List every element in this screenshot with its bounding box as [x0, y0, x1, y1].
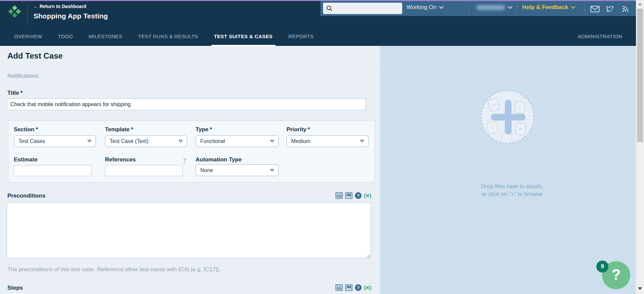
template-label: Template*: [105, 126, 133, 133]
scrollbar-thumb[interactable]: [637, 9, 643, 142]
section-select[interactable]: Test Cases: [14, 135, 96, 147]
testrail-logo[interactable]: [9, 5, 20, 21]
preconditions-label: Preconditions: [7, 193, 45, 199]
image-icon[interactable]: [345, 192, 353, 199]
dropdown-triangle-icon: [360, 140, 364, 143]
pdf-file-icon: [481, 90, 489, 101]
tab-test-runs-results[interactable]: TEST RUNS & RESULTS: [138, 27, 198, 46]
table-icon[interactable]: [335, 192, 343, 199]
search-input[interactable]: [335, 6, 398, 11]
attachment-drop-zone[interactable]: </> X i W: [481, 90, 534, 144]
drop-files-caption: Drop files here to attach, or click on "…: [380, 182, 644, 198]
working-on-label: Working On: [407, 4, 436, 11]
divider: [469, 4, 469, 13]
return-to-dashboard-link[interactable]: ← Return to Dashboard: [34, 4, 86, 9]
type-label: Type*: [196, 126, 212, 133]
type-select[interactable]: Functional: [196, 135, 279, 147]
page-scrollbar[interactable]: [636, 0, 644, 294]
file-icon: [524, 90, 534, 101]
tab-milestones[interactable]: MILESTONES: [89, 27, 122, 46]
twitter-icon[interactable]: [604, 4, 615, 13]
mail-icon[interactable]: [589, 4, 601, 13]
title-input[interactable]: [7, 98, 366, 110]
tab-test-suites-cases[interactable]: TEST SUITES & CASES: [214, 27, 273, 46]
section-label: Section*: [14, 126, 38, 133]
main-nav: OVERVIEW TODO MILESTONES TEST RUNS & RES…: [0, 27, 644, 46]
priority-label: Priority*: [286, 126, 310, 133]
preconditions-editor: [7, 202, 371, 258]
page-title: Add Test Case: [7, 51, 63, 61]
steps-label: Steps: [7, 285, 23, 291]
user-name-redacted: [476, 5, 505, 10]
preconditions-editor-toolbar: ? (✕): [335, 192, 371, 199]
references-label: References: [105, 156, 136, 163]
tab-administration[interactable]: ADMINISTRATION: [578, 27, 622, 46]
automation-type-select[interactable]: None: [196, 164, 279, 176]
chevron-down-icon: [439, 6, 444, 9]
estimate-label: Estimate: [14, 156, 38, 163]
tab-reports[interactable]: REPORTS: [288, 27, 314, 46]
scrollbar-up-arrow[interactable]: [638, 3, 642, 5]
image-icon[interactable]: [345, 284, 353, 291]
dropdown-triangle-icon: [270, 169, 274, 172]
header: Working On Help & Feedback: [0, 0, 644, 46]
formatting-icon[interactable]: (✕): [364, 285, 371, 291]
working-on-dropdown[interactable]: Working On: [407, 4, 444, 11]
dropdown-triangle-icon: [87, 140, 92, 143]
table-icon[interactable]: [335, 284, 343, 291]
divider: [28, 5, 28, 24]
references-help-link[interactable]: ?: [183, 157, 186, 163]
top-accent-bar: [0, 0, 636, 1]
topbar-strip: Working On Help & Feedback: [320, 1, 636, 16]
preconditions-hint: The preconditions of this test case. Ref…: [7, 266, 221, 273]
formatting-icon[interactable]: (✕): [364, 193, 371, 199]
rss-icon[interactable]: [620, 4, 631, 13]
template-select[interactable]: Test Case (Text): [105, 135, 187, 147]
preconditions-textarea[interactable]: [7, 202, 371, 258]
automation-type-label: Automation Type: [196, 156, 242, 163]
references-input[interactable]: [105, 165, 183, 176]
scrollbar-down-arrow[interactable]: [638, 287, 642, 290]
divider: [585, 4, 585, 13]
divider: [517, 4, 517, 13]
divider: [0, 68, 380, 68]
title-label: Title*: [7, 90, 22, 96]
help-feedback-dropdown[interactable]: Help & Feedback: [522, 4, 576, 11]
app-window: Working On Help & Feedback: [0, 0, 644, 294]
case-properties-panel: Section* Test Cases Template* Test Case …: [8, 121, 375, 182]
add-test-case-form: Add Test Case Notifications Title* Secti…: [0, 46, 380, 294]
steps-editor-toolbar: ? (✕): [335, 284, 371, 291]
search-box[interactable]: [323, 3, 402, 14]
tab-overview[interactable]: OVERVIEW: [14, 27, 42, 46]
resize-grip[interactable]: [367, 254, 370, 257]
notifications-link[interactable]: Notifications: [7, 73, 39, 79]
project-title: Shopping App Testing: [34, 12, 108, 20]
tab-todo[interactable]: TODO: [58, 27, 73, 46]
add-attachment-plus-icon: [505, 100, 512, 135]
editor-help-icon[interactable]: ?: [355, 284, 362, 291]
attachments-panel[interactable]: </> X i W Drop files here to attach, or …: [380, 46, 644, 294]
chevron-down-icon: [508, 6, 513, 9]
user-menu-dropdown[interactable]: [476, 5, 513, 10]
code-file-icon: </>: [487, 98, 500, 112]
chevron-down-icon: [571, 6, 576, 9]
dropdown-triangle-icon: [270, 140, 274, 143]
search-icon: [326, 5, 333, 12]
info-file-icon: i: [487, 121, 498, 134]
doc-file-icon: W: [515, 123, 526, 136]
spreadsheet-file-icon: X: [514, 101, 526, 114]
editor-help-icon[interactable]: ?: [355, 192, 362, 199]
dropdown-triangle-icon: [178, 140, 183, 143]
help-notification-badge: 9: [596, 261, 608, 273]
estimate-input[interactable]: [14, 165, 92, 176]
priority-select[interactable]: Medium: [286, 135, 369, 147]
help-feedback-label: Help & Feedback: [522, 4, 568, 11]
